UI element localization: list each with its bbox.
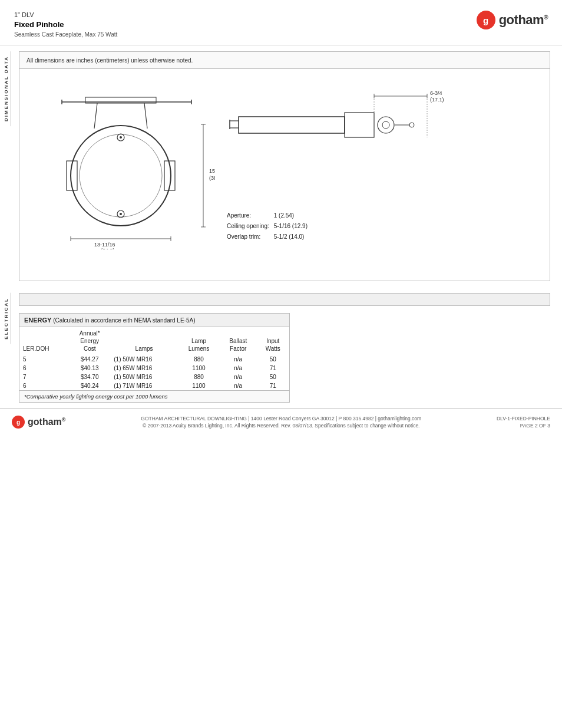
diagram-container: 15-1/8 (38.4) 13-11/16 (34.8) [19, 69, 550, 281]
energy-table-footnote: *Comparative yearly lighting energy cost… [19, 390, 289, 402]
col-lamp-lumens: LampLumens [178, 327, 220, 355]
svg-line-5 [144, 103, 147, 129]
svg-text:(38.4): (38.4) [209, 175, 215, 181]
cell-ler-doh: 6 [19, 381, 69, 390]
cell-lumens: 1100 [178, 381, 220, 390]
footer-page: PAGE 2 OF 3 [497, 422, 550, 430]
cell-lumens: 880 [178, 373, 220, 381]
overlap-value: 5-1/2 (14.0) [274, 232, 312, 242]
cell-lumens: 880 [178, 355, 220, 364]
footer-right: DLV-1-FIXED-PINHOLE PAGE 2 OF 3 [497, 415, 550, 430]
col-ballast-factor: BallastFactor [220, 327, 257, 355]
cell-lumens: 1100 [178, 364, 220, 373]
svg-text:(17.1): (17.1) [430, 97, 444, 103]
front-view-diagram: 15-1/8 (38.4) 13-11/16 (34.8) [27, 84, 215, 251]
model-number: 1" DLV [14, 11, 117, 19]
side-view-svg: 6-3/4 (17.1) [227, 84, 451, 202]
col-lamps: Lamps [110, 327, 178, 355]
cell-watts: 71 [257, 364, 289, 373]
energy-table-wrapper: ENERGY (Calculated in accordance eith NE… [19, 313, 290, 403]
footer-logo: g gotham® [12, 416, 65, 429]
svg-point-9 [120, 136, 122, 139]
diagrams-row: 15-1/8 (38.4) 13-11/16 (34.8) [27, 84, 543, 251]
side-view-diagram: 6-3/4 (17.1) Aperture: 1 (2.54) [227, 84, 543, 242]
svg-point-11 [120, 213, 122, 215]
product-title: 1" DLV Fixed Pinhole Seamless Cast Facep… [14, 11, 117, 39]
cell-ballast: n/a [220, 381, 257, 390]
product-subtitle: Seamless Cast Faceplate, Max 75 Watt [14, 31, 117, 39]
specs-table: Aperture: 1 (2.54) Ceiling opening: 5-1/… [227, 210, 312, 242]
cell-cost: $44.27 [69, 355, 110, 364]
svg-point-30 [382, 121, 389, 129]
aperture-label: Aperture: [227, 210, 274, 221]
cell-cost: $40.24 [69, 381, 110, 390]
svg-text:15-1/8: 15-1/8 [209, 168, 215, 174]
footer-doc-ref: DLV-1-FIXED-PINHOLE [497, 415, 550, 423]
table-row: 7 $34.70 (1) 50W MR16 880 n/a 50 [19, 373, 289, 381]
energy-data-table: LER.DOH Annual*EnergyCost Lamps LampLume… [19, 327, 289, 390]
cell-lamps: (1) 50W MR16 [110, 373, 178, 381]
cell-watts: 50 [257, 373, 289, 381]
dimensional-side-tab: DIMENSIONAL DATA [0, 45, 13, 287]
energy-title: ENERGY [24, 317, 51, 324]
aperture-value: 1 (2.54) [274, 210, 312, 221]
cell-lamps: (1) 50W MR16 [110, 355, 178, 364]
cell-lamps: (1) 65W MR16 [110, 364, 178, 373]
svg-point-7 [80, 134, 162, 217]
svg-text:13-11/16: 13-11/16 [94, 242, 115, 248]
col-annual-cost: Annual*EnergyCost [69, 327, 110, 355]
ceiling-value: 5-1/16 (12.9) [274, 221, 312, 232]
cell-watts: 71 [257, 381, 289, 390]
cell-ler-doh: 5 [19, 355, 69, 364]
cell-ballast: n/a [220, 364, 257, 373]
cell-ler-doh: 6 [19, 364, 69, 373]
front-view-svg: 15-1/8 (38.4) 13-11/16 (34.8) [27, 84, 215, 249]
svg-point-32 [409, 123, 414, 127]
svg-rect-28 [345, 113, 374, 137]
footer-logo-icon: g [12, 416, 25, 429]
logo-wordmark: gotham® [499, 12, 548, 28]
col-input-watts: InputWatts [257, 327, 289, 355]
svg-line-4 [94, 103, 97, 129]
table-row: 6 $40.13 (1) 65W MR16 1100 n/a 71 [19, 364, 289, 373]
electrical-section: ELECTRICAL ENERGY (Calculated in accorda… [0, 287, 562, 409]
ceiling-label: Ceiling opening: [227, 221, 274, 232]
cell-ler-doh: 7 [19, 373, 69, 381]
cell-ballast: n/a [220, 355, 257, 364]
footer-logo-text: gotham® [28, 417, 65, 427]
overlap-label: Overlap trim: [227, 232, 274, 242]
dimension-note-box: All dimensions are inches (centimeters) … [19, 51, 550, 69]
cell-cost: $40.13 [69, 364, 110, 373]
energy-table-header: ENERGY (Calculated in accordance eith NE… [19, 314, 289, 327]
electrical-header-bar [19, 293, 550, 306]
specs-block: Aperture: 1 (2.54) Ceiling opening: 5-1/… [227, 210, 543, 242]
footer-company: GOTHAM ARCHITECTURAL DOWNLIGHTING | 1400… [141, 415, 421, 423]
dimensional-section: DIMENSIONAL DATA All dimensions are inch… [0, 45, 562, 287]
footer-copyright: © 2007-2013 Acuity Brands Lighting, Inc.… [141, 422, 421, 430]
svg-text:6-3/4: 6-3/4 [430, 90, 442, 96]
product-name: Fixed Pinhole [14, 19, 117, 30]
gotham-logo: g gotham® [477, 11, 548, 29]
dimension-note: All dimensions are inches (centimeters) … [27, 57, 193, 64]
table-row: 5 $44.27 (1) 50W MR16 880 n/a 50 [19, 355, 289, 364]
dimensional-tab-label: DIMENSIONAL DATA [2, 51, 11, 126]
svg-rect-24 [239, 117, 345, 133]
page-footer: g gotham® GOTHAM ARCHITECTURAL DOWNLIGHT… [0, 409, 562, 436]
footer-center: GOTHAM ARCHITECTURAL DOWNLIGHTING | 1400… [141, 415, 421, 430]
dimensional-content: All dimensions are inches (centimeters) … [13, 45, 562, 287]
table-row: 6 $40.24 (1) 71W MR16 1100 n/a 71 [19, 381, 289, 390]
table-header-row: LER.DOH Annual*EnergyCost Lamps LampLume… [19, 327, 289, 355]
cell-watts: 50 [257, 355, 289, 364]
electrical-side-tab: ELECTRICAL [0, 287, 13, 409]
energy-table-body: 5 $44.27 (1) 50W MR16 880 n/a 50 6 $40.1… [19, 355, 289, 390]
svg-point-29 [378, 117, 394, 133]
page-header: 1" DLV Fixed Pinhole Seamless Cast Facep… [0, 0, 562, 45]
cell-cost: $34.70 [69, 373, 110, 381]
col-ler-doh: LER.DOH [19, 327, 69, 355]
cell-ballast: n/a [220, 373, 257, 381]
electrical-content: ENERGY (Calculated in accordance eith NE… [13, 287, 562, 409]
svg-text:(34.8): (34.8) [101, 248, 115, 249]
logo-icon: g [477, 11, 495, 29]
electrical-tab-label: ELECTRICAL [2, 293, 11, 344]
cell-lamps: (1) 71W MR16 [110, 381, 178, 390]
